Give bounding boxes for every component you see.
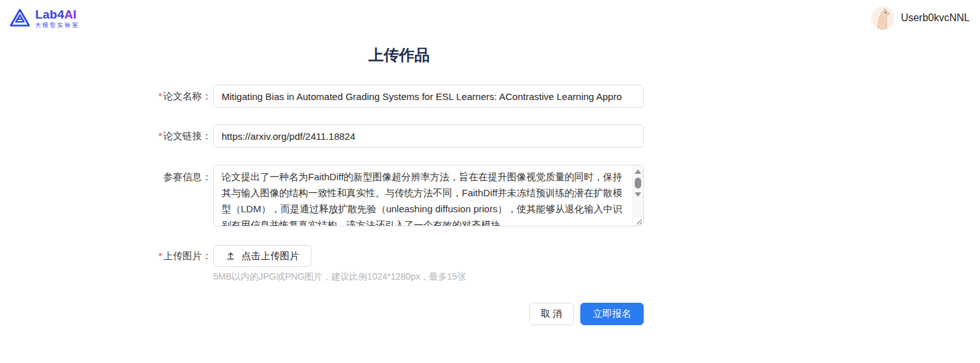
textarea-scrollbar[interactable] <box>632 165 643 216</box>
upload-hint: 5MB以内的JPG或PNG图片，建议比例1024*1280px，最多15张 <box>213 271 644 283</box>
paper-name-label: *论文名称： <box>154 85 211 108</box>
upload-image-button[interactable]: 点击上传图片 <box>213 245 311 267</box>
form-row-upload-images: *上传图片： 点击上传图片 5MB以内的JPG或PNG图片，建议比例1024*1… <box>154 245 644 283</box>
logo-subtitle: 大模型实验室 <box>35 22 79 28</box>
upload-work-page: Lab4AI 大模型实验室 Userb0kvcNNL 上传作品 *论 <box>0 0 980 363</box>
upload-images-label: *上传图片： <box>154 245 211 267</box>
logo-title-accent: AI <box>64 8 76 21</box>
scroll-down-icon[interactable] <box>635 192 641 197</box>
form-actions: 取 消 立即报名 <box>213 303 644 325</box>
competition-info-label: 参赛信息： <box>154 165 211 185</box>
upload-images-label-text: 上传图片： <box>163 250 211 261</box>
upload-button-label: 点击上传图片 <box>241 250 299 262</box>
competition-info-label-text: 参赛信息： <box>163 171 211 182</box>
upload-images-control: 点击上传图片 5MB以内的JPG或PNG图片，建议比例1024*1280px，最… <box>213 245 644 283</box>
required-marker: * <box>158 130 162 141</box>
scroll-up-icon[interactable] <box>635 169 641 174</box>
username: Userb0kvcNNL <box>901 12 970 24</box>
paper-name-label-text: 论文名称： <box>163 90 211 101</box>
form-row-competition-info: 参赛信息： 论文提出了一种名为FaithDiff的新型图像超分辨率方法，旨在在提… <box>154 165 644 226</box>
textarea-resize-handle[interactable] <box>632 216 643 226</box>
paper-link-label: *论文链接： <box>154 124 211 148</box>
user-menu[interactable]: Userb0kvcNNL <box>871 6 970 30</box>
upload-icon <box>225 251 236 261</box>
page-title: 上传作品 <box>154 44 644 65</box>
paper-name-control <box>213 85 644 108</box>
form-row-paper-name: *论文名称： <box>154 85 644 108</box>
form-row-paper-link: *论文链接： <box>154 124 644 148</box>
scrollbar-thumb[interactable] <box>635 178 641 189</box>
user-avatar[interactable] <box>871 6 894 30</box>
submit-button[interactable]: 立即报名 <box>580 303 644 325</box>
app-header: Lab4AI 大模型实验室 Userb0kvcNNL <box>0 0 980 36</box>
upload-form: 上传作品 *论文名称： *论文链接： 参赛信息： 论文提出了一种名为FaithD… <box>154 36 644 325</box>
paper-link-control <box>213 124 644 148</box>
cancel-button[interactable]: 取 消 <box>529 303 574 325</box>
logo-title: Lab4AI <box>35 8 79 21</box>
competition-info-textarea[interactable]: 论文提出了一种名为FaithDiff的新型图像超分辨率方法，旨在在提升图像视觉质… <box>213 165 644 226</box>
lab4ai-logo[interactable]: Lab4AI 大模型实验室 <box>9 7 79 29</box>
resize-grip-icon <box>635 217 643 226</box>
logo-title-primary: Lab4 <box>35 8 64 21</box>
required-marker: * <box>158 90 162 101</box>
alpaca-avatar-image <box>871 6 894 30</box>
lab4ai-logo-icon <box>9 7 31 29</box>
required-marker: * <box>158 250 162 261</box>
competition-info-text[interactable]: 论文提出了一种名为FaithDiff的新型图像超分辨率方法，旨在在提升图像视觉质… <box>214 165 632 226</box>
paper-link-label-text: 论文链接： <box>163 130 211 141</box>
paper-name-input[interactable] <box>213 85 644 108</box>
paper-link-input[interactable] <box>213 124 644 148</box>
competition-info-control: 论文提出了一种名为FaithDiff的新型图像超分辨率方法，旨在在提升图像视觉质… <box>213 165 644 226</box>
